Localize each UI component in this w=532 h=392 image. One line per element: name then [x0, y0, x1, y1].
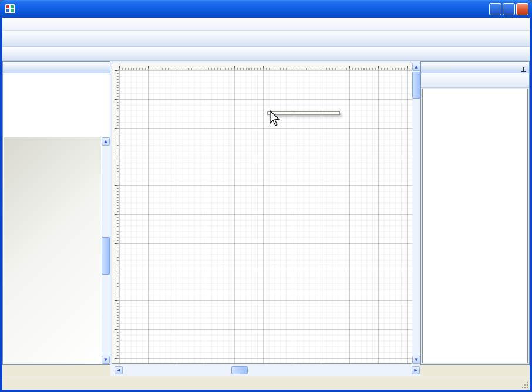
scroll-down-icon[interactable]: ▼ [102, 356, 110, 364]
shapes-panel-header [3, 62, 110, 73]
drawings-panel [420, 61, 530, 365]
toolbar-format [2, 47, 530, 61]
drawings-tree [422, 89, 528, 363]
restore-button[interactable] [503, 3, 515, 15]
close-button[interactable] [516, 3, 528, 15]
scroll-up-icon[interactable]: ▲ [102, 137, 110, 146]
shape-list [4, 137, 101, 364]
app-window: ▲ ▼ ▲ ▼ [0, 0, 532, 392]
mouse-cursor [270, 110, 282, 128]
scrollbar-thumb[interactable] [231, 366, 248, 374]
canvas-vertical-scrollbar[interactable]: ▲ ▼ [412, 63, 420, 364]
scrollbar-thumb[interactable] [412, 72, 420, 99]
sheet-bar: ◀ ▶ [110, 365, 420, 376]
drawings-toolbar [421, 73, 529, 88]
circuit-diagram[interactable] [119, 70, 413, 364]
shapes-scrollbar[interactable]: ▲ ▼ [102, 137, 110, 364]
scroll-down-icon[interactable]: ▼ [412, 356, 420, 364]
scroll-left-icon[interactable]: ◀ [115, 366, 123, 374]
vertical-ruler [112, 70, 119, 364]
drawing-canvas-area: ▲ ▼ [110, 61, 420, 365]
horizontal-ruler [119, 63, 413, 70]
resize-grip[interactable] [521, 381, 528, 388]
scroll-up-icon[interactable]: ▲ [412, 63, 420, 71]
panel-tabs [420, 365, 530, 376]
toolbar-main [2, 31, 530, 47]
drawing-grid[interactable] [119, 70, 413, 364]
scroll-right-icon[interactable]: ▶ [412, 366, 420, 374]
minimize-button[interactable] [489, 3, 501, 15]
scrollbar-thumb[interactable] [102, 237, 110, 275]
canvas-horizontal-scrollbar[interactable]: ◀ ▶ [114, 366, 420, 375]
shapes-panel: ▲ ▼ [2, 61, 110, 365]
app-content: ▲ ▼ ▲ ▼ [2, 18, 530, 390]
main-area: ▲ ▼ ▲ ▼ [2, 61, 530, 365]
drawings-panel-header [421, 62, 529, 73]
menu-bar [2, 18, 530, 31]
app-icon [5, 4, 15, 14]
status-bar [2, 376, 530, 390]
title-bar [0, 0, 532, 18]
ruler-corner [112, 63, 119, 70]
